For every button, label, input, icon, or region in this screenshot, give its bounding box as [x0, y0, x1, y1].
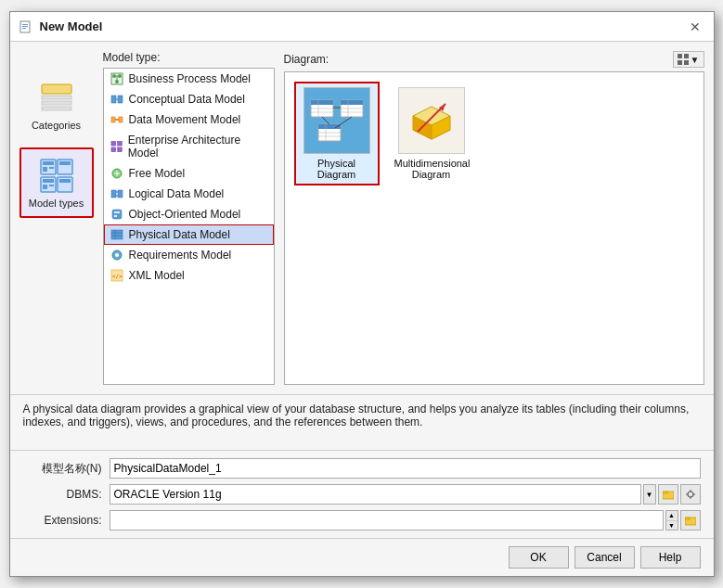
diagram-item-physical[interactable]: Physical Diagram	[294, 82, 380, 185]
dialog-content: Categories	[10, 42, 714, 576]
svg-rect-44	[114, 211, 120, 213]
extensions-label: Extensions:	[23, 514, 102, 527]
model-type-bpm[interactable]: Business Process Model	[104, 69, 274, 89]
svg-text:</>: </>	[112, 273, 123, 279]
model-name-input[interactable]	[110, 458, 701, 479]
svg-rect-90	[685, 518, 690, 519]
dbms-dropdown-arrow[interactable]: ▼	[643, 484, 656, 505]
diagram-header-label: Diagram:	[284, 53, 329, 66]
title-bar-left: New Model	[19, 19, 103, 34]
physical-diagram-svg	[309, 93, 365, 148]
dbms-label: DBMS:	[23, 488, 102, 501]
description-text: A physical data diagram provides a graph…	[23, 403, 690, 428]
sidebar-item-categories[interactable]: Categories	[19, 70, 94, 140]
model-type-ldm[interactable]: Logical Data Model	[104, 184, 274, 204]
model-type-pdm[interactable]: Physical Data Model	[104, 224, 274, 245]
xml-label: XML Model	[129, 269, 185, 282]
model-type-panel: Model type: Business Process Model	[103, 51, 275, 385]
svg-point-84	[688, 492, 693, 497]
svg-rect-15	[49, 185, 54, 186]
ok-button[interactable]: OK	[509, 546, 569, 569]
svg-rect-39	[111, 190, 116, 198]
diagram-view-toggle[interactable]: ▼	[673, 51, 704, 68]
dbms-settings-button[interactable]	[680, 484, 701, 505]
svg-rect-33	[117, 141, 122, 146]
dialog-icon	[19, 19, 34, 34]
pdm-icon	[110, 228, 123, 241]
svg-rect-45	[114, 215, 117, 217]
multidimensional-diagram-label: Multidimensional Diagram	[394, 158, 469, 180]
bpm-label: Business Process Model	[129, 72, 251, 85]
spinner-down[interactable]: ▼	[666, 521, 678, 530]
diagram-panel: Diagram: ▼	[284, 51, 704, 385]
model-type-rm[interactable]: Requirements Model	[104, 245, 274, 265]
model-type-list[interactable]: Business Process Model Conceptual Data M…	[103, 68, 275, 385]
svg-rect-6	[42, 101, 71, 105]
svg-rect-35	[117, 147, 122, 152]
model-types-label: Model types	[29, 198, 84, 209]
extensions-row: Extensions: ▲ ▼	[23, 510, 701, 530]
svg-rect-34	[110, 147, 115, 152]
svg-rect-55	[684, 54, 689, 58]
svg-rect-27	[118, 96, 123, 103]
model-name-row: 模型名称(N)	[23, 458, 701, 479]
xml-icon: </>	[110, 269, 123, 282]
svg-rect-83	[663, 492, 667, 493]
dbms-row: DBMS: ORACLE Version 11g ▼	[23, 484, 701, 505]
oom-label: Object-Oriented Model	[129, 208, 241, 221]
svg-rect-17	[59, 161, 71, 165]
spinner-up[interactable]: ▲	[666, 511, 678, 521]
bottom-buttons: OK Cancel Help	[10, 538, 714, 576]
sidebar-item-model-types[interactable]: Model types	[19, 147, 94, 218]
oom-icon	[110, 208, 123, 221]
svg-line-74	[322, 117, 329, 124]
model-type-eam[interactable]: Enterprise Architecture Model	[104, 130, 274, 163]
model-type-oom[interactable]: Object-Oriented Model	[104, 204, 274, 224]
help-button[interactable]: Help	[640, 546, 701, 569]
dropdown-arrow-icon: ▼	[691, 55, 700, 65]
new-model-dialog: New Model ✕ Categories	[9, 11, 715, 577]
svg-rect-13	[43, 179, 54, 183]
description-section: A physical data diagram provides a graph…	[10, 394, 714, 450]
model-type-fm[interactable]: Free Model	[104, 163, 274, 184]
model-type-cdm[interactable]: Conceptual Data Model	[104, 89, 274, 109]
settings-icon	[685, 489, 696, 500]
dbms-select[interactable]: ORACLE Version 11g	[110, 484, 641, 505]
model-type-header: Model type:	[103, 51, 275, 64]
sidebar: Categories	[19, 51, 94, 385]
svg-rect-43	[112, 210, 122, 219]
svg-rect-10	[43, 167, 47, 172]
multidimensional-diagram-thumb	[398, 87, 465, 154]
eam-icon	[110, 140, 123, 153]
diagram-item-multidimensional[interactable]: Multidimensional Diagram	[389, 82, 474, 185]
model-type-xml[interactable]: </> XML Model	[104, 265, 274, 286]
dbms-browse-button[interactable]	[658, 484, 678, 505]
dmm-icon	[110, 113, 123, 126]
model-type-dmm[interactable]: Data Movement Model	[104, 109, 274, 130]
title-bar: New Model ✕	[10, 12, 714, 42]
cancel-button[interactable]: Cancel	[575, 546, 635, 569]
dmm-label: Data Movement Model	[129, 113, 241, 126]
top-section: Categories	[10, 42, 714, 394]
svg-rect-14	[43, 185, 47, 189]
svg-rect-29	[111, 117, 115, 122]
extensions-browse-button[interactable]	[680, 510, 701, 530]
svg-rect-2	[22, 26, 28, 27]
model-types-icon	[38, 157, 75, 194]
svg-rect-26	[111, 96, 116, 103]
fm-icon	[110, 167, 123, 180]
extensions-input[interactable]	[110, 510, 664, 530]
close-button[interactable]: ✕	[686, 18, 704, 36]
extensions-spinner[interactable]: ▲ ▼	[665, 510, 678, 530]
svg-rect-1	[22, 24, 28, 25]
svg-rect-56	[678, 60, 682, 65]
model-name-label: 模型名称(N)	[23, 461, 102, 477]
svg-point-51	[115, 253, 119, 257]
diagram-panel-header: Diagram: ▼	[284, 51, 704, 68]
svg-rect-57	[684, 60, 689, 65]
svg-rect-40	[118, 190, 123, 198]
pdm-label: Physical Data Model	[129, 228, 230, 241]
physical-diagram-thumb	[303, 87, 370, 154]
ldm-icon	[110, 187, 123, 200]
svg-rect-19	[59, 179, 71, 183]
